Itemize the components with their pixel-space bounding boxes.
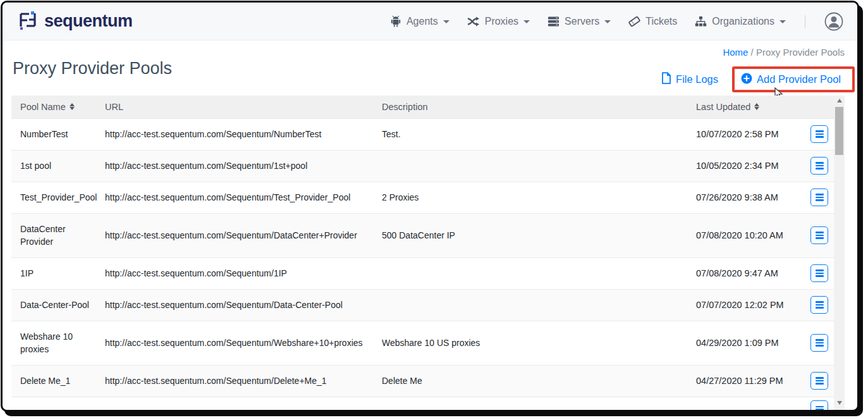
nav-divider <box>805 15 805 28</box>
breadcrumb-separator: / <box>751 47 754 58</box>
table-row: Test_Provider_Pool http://acc-test.seque… <box>11 182 834 213</box>
cell-pool-name: Webshare 10 proxies <box>11 321 105 365</box>
file-logs-link[interactable]: File Logs <box>661 72 718 87</box>
page-title: Proxy Provider Pools <box>13 59 172 78</box>
header-last-updated[interactable]: Last Updated <box>696 96 810 118</box>
menu-icon <box>816 406 824 412</box>
table-row: Data-Center-Pool http://acc-test.sequent… <box>11 289 834 321</box>
header-label: URL <box>105 102 123 112</box>
row-menu-button[interactable] <box>810 226 828 244</box>
screenshot-frame: sequentum Agents <box>0 0 868 420</box>
file-logs-label: File Logs <box>676 73 718 85</box>
cell-url: http://acc-test.sequentum.com/Sequentum/… <box>105 182 382 213</box>
vertical-scrollbar[interactable] <box>834 96 845 412</box>
table-row: Delete Me_1 http://acc-test.sequentum.co… <box>11 365 834 397</box>
cell-pool-name: Data-Center-Pool <box>11 289 105 321</box>
cell-url: http://acc-test.sequentum.com/Sequentum/… <box>105 365 382 397</box>
cell-pool-name: 1st pool <box>11 150 105 182</box>
cell-description <box>382 289 696 321</box>
chevron-down-icon <box>443 20 449 23</box>
table-row: DataCenter Provider http://acc-test.sequ… <box>11 213 834 257</box>
row-menu-button[interactable] <box>810 157 828 175</box>
nav-item-proxies[interactable]: Proxies <box>467 16 530 27</box>
header-description: Description <box>382 96 696 118</box>
cell-description: Webshare 10 US proxies <box>382 321 696 365</box>
cell-last-updated: 07/26/2020 9:38 AM <box>696 182 810 213</box>
nav-item-agents[interactable]: Agents <box>390 15 449 27</box>
cell-pool-name: Delete Me_1 <box>11 365 105 397</box>
nav-item-tickets[interactable]: Tickets <box>628 16 677 27</box>
brand-name: sequentum <box>44 11 133 31</box>
menu-icon <box>816 377 824 385</box>
menu-icon <box>816 232 824 239</box>
page-content: Home / Proxy Provider Pools Proxy Provid… <box>3 47 857 412</box>
cell-pool-name: DataCenter Provider <box>11 213 105 257</box>
row-menu-button[interactable] <box>810 400 828 412</box>
menu-icon <box>816 194 824 201</box>
add-provider-pool-label: Add Provider Pool <box>757 73 841 85</box>
sort-icon <box>754 103 759 110</box>
table-row: NumberTest http://acc-test.sequentum.com… <box>11 118 834 150</box>
server-stack-icon <box>547 16 559 27</box>
cell-last-updated: 10/05/2020 2:34 PM <box>696 150 810 182</box>
cell-description: 2 Proxies <box>382 182 696 213</box>
table-row: 1IP http://acc-test.sequentum.com/Sequen… <box>11 257 834 289</box>
cell-description <box>382 397 696 412</box>
page-actions: File Logs Add Provider Pool <box>661 72 845 90</box>
android-robot-icon <box>390 15 401 27</box>
breadcrumb-current: Proxy Provider Pools <box>756 47 845 58</box>
row-menu-button[interactable] <box>810 188 828 206</box>
row-menu-button[interactable] <box>810 264 828 282</box>
breadcrumb-home-link[interactable]: Home <box>723 47 748 58</box>
table-row: 1st pool http://acc-test.sequentum.com/S… <box>11 150 834 182</box>
cell-last-updated: 04/29/2020 1:09 PM <box>696 321 810 365</box>
table-header-row: Pool Name URL Description Last Updated <box>11 96 834 118</box>
provider-pools-table-wrap: Pool Name URL Description Last Updated <box>11 96 845 412</box>
nav-label: Organizations <box>712 16 774 27</box>
row-menu-button[interactable] <box>810 334 828 352</box>
menu-icon <box>816 162 824 170</box>
scroll-up-arrow[interactable] <box>834 96 845 106</box>
cell-last-updated: 07/07/2020 12:02 PM <box>696 289 810 321</box>
scrollbar-thumb[interactable] <box>835 107 843 155</box>
cell-url <box>105 397 382 412</box>
brand-logo-link[interactable]: sequentum <box>18 9 133 34</box>
ticket-icon <box>628 16 640 27</box>
cell-description: 500 DataCenter IP <box>382 213 696 257</box>
cell-url: http://acc-test.sequentum.com/Sequentum/… <box>105 118 382 150</box>
menu-icon <box>816 130 824 138</box>
cell-last-updated <box>696 397 810 412</box>
cell-url: http://acc-test.sequentum.com/Sequentum/… <box>105 257 382 289</box>
row-menu-button[interactable] <box>810 372 828 390</box>
nav-item-organizations[interactable]: Organizations <box>695 16 786 27</box>
nav-label: Tickets <box>645 16 677 27</box>
top-navbar: sequentum Agents <box>3 3 857 40</box>
cell-description <box>382 257 696 289</box>
shuffle-icon <box>467 16 480 27</box>
menu-icon <box>816 301 824 309</box>
sort-icon <box>70 103 75 110</box>
header-url: URL <box>105 96 382 118</box>
plus-circle-icon <box>741 73 752 87</box>
main-nav: Agents Proxies <box>390 12 843 31</box>
row-menu-button[interactable] <box>810 296 828 314</box>
header-actions <box>810 96 834 118</box>
cell-last-updated: 07/08/2020 9:47 AM <box>696 257 810 289</box>
page-header: Proxy Provider Pools File Logs <box>11 58 845 90</box>
header-pool-name[interactable]: Pool Name <box>11 96 105 118</box>
chevron-down-icon <box>779 20 786 23</box>
scroll-down-arrow[interactable] <box>834 398 845 408</box>
nav-item-servers[interactable]: Servers <box>547 16 611 27</box>
cell-pool-name: NumberTest <box>11 118 105 150</box>
cell-description <box>382 150 696 182</box>
cell-pool-name <box>11 397 105 412</box>
table-row: Webshare 10 proxies http://acc-test.sequ… <box>11 321 834 365</box>
row-menu-button[interactable] <box>810 125 828 143</box>
chevron-down-icon <box>523 20 530 23</box>
cell-url: http://acc-test.sequentum.com/Sequentum/… <box>105 150 382 182</box>
user-profile-button[interactable] <box>824 12 843 31</box>
cell-url: http://acc-test.sequentum.com/Sequentum/… <box>105 289 382 321</box>
cell-url: http://acc-test.sequentum.com/Sequentum/… <box>105 321 382 365</box>
add-provider-pool-link[interactable]: Add Provider Pool <box>741 73 841 87</box>
app-window: sequentum Agents <box>1 1 859 412</box>
